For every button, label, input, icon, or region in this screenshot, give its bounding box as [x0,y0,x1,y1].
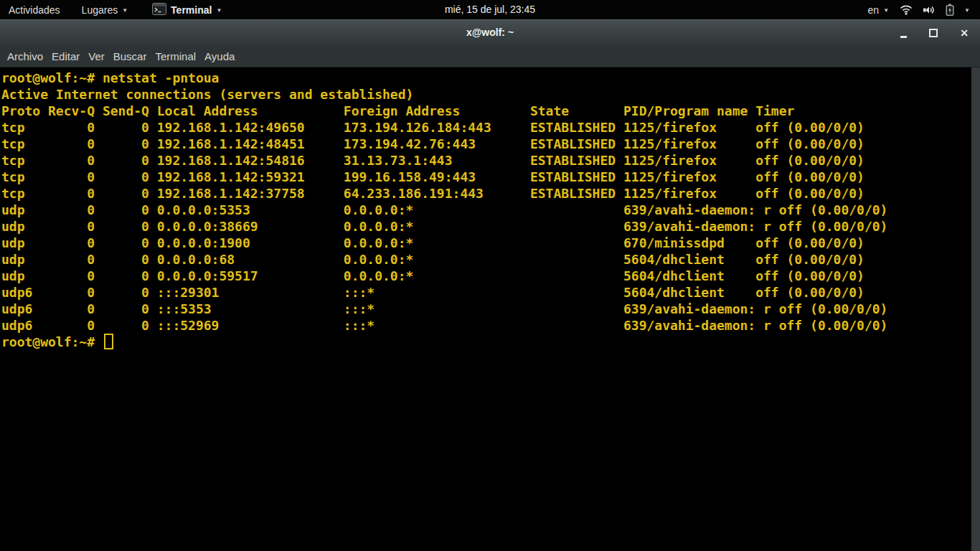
menu-item-ver[interactable]: Ver [84,50,109,62]
close-button[interactable]: ✕ [960,28,969,38]
volume-icon [923,5,936,15]
places-label: Lugares [82,4,118,16]
menu-item-buscar[interactable]: Buscar [109,50,151,62]
chevron-down-icon: ▼ [216,7,222,14]
window-titlebar[interactable]: x@wolf: ~ ✕ [0,19,980,46]
activities-button[interactable]: Actividades [0,0,69,19]
system-status-area[interactable]: ▼ [900,4,970,16]
battery-charging-icon [946,4,954,16]
terminal-scrollbar[interactable] [971,67,980,551]
menu-item-editar[interactable]: Editar [47,50,84,62]
app-menu-label: Terminal [171,4,212,16]
top-bar-right: en ▼ [868,0,980,19]
places-menu[interactable]: Lugares ▼ [73,0,137,19]
clock[interactable]: mié, 15 de jul, 23:45 [445,0,535,19]
activities-label: Actividades [9,4,60,16]
maximize-button[interactable] [929,29,938,37]
window-controls: ✕ [900,20,980,46]
terminal-cursor [104,334,113,349]
window-title: x@wolf: ~ [0,20,980,45]
app-menu-terminal[interactable]: Terminal ▼ [143,0,230,19]
keyboard-layout-indicator[interactable]: en ▼ [868,4,890,16]
chevron-down-icon: ▼ [122,7,128,14]
menu-item-archivo[interactable]: Archivo [3,50,47,62]
terminal-menu-bar: ArchivoEditarVerBuscarTerminalAyuda [0,46,980,67]
chevron-down-icon: ▼ [964,7,970,14]
wifi-icon [900,5,913,15]
keyboard-layout-label: en [868,4,880,16]
menu-item-terminal[interactable]: Terminal [151,50,200,62]
terminal-output: root@wolf:~# netstat -pntoua Active Inte… [0,67,971,350]
chevron-down-icon: ▼ [883,7,889,14]
top-bar: Actividades Lugares ▼ Terminal ▼ mié, 15… [0,0,980,19]
terminal-app-icon [152,3,166,17]
minimize-button[interactable] [900,36,907,38]
terminal-screen[interactable]: root@wolf:~# netstat -pntoua Active Inte… [0,67,971,551]
top-bar-left: Actividades Lugares ▼ Terminal ▼ [0,0,230,19]
menu-item-ayuda[interactable]: Ayuda [200,50,239,62]
